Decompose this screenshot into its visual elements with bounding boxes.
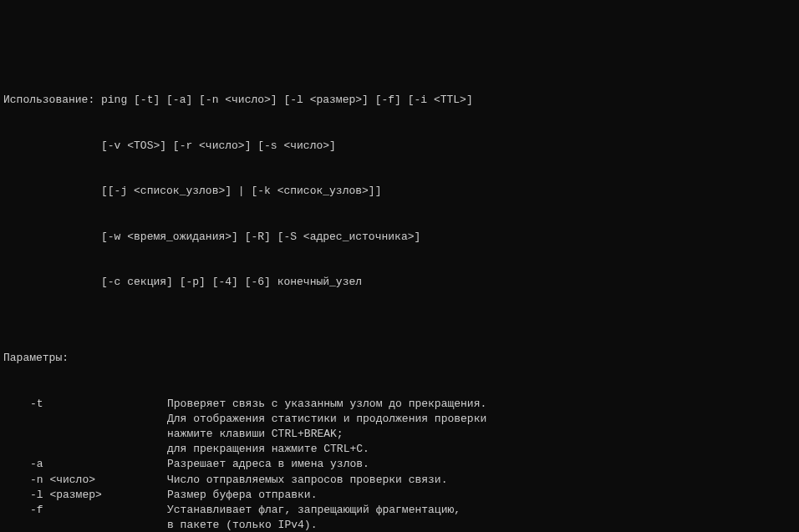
usage-line: [-w <время_ожидания>] [-R] [-S <адрес_ис…: [3, 230, 796, 245]
param-row: -l <размер>Размер буфера отправки.: [3, 488, 796, 503]
param-description-cont: для прекращения нажмите CTRL+C.: [3, 442, 796, 457]
usage-line: [-c секция] [-p] [-4] [-6] конечный_узел: [3, 275, 796, 290]
param-row: -tПроверяет связь с указанным узлом до п…: [3, 397, 796, 412]
param-row: -n <число>Число отправляемых запросов пр…: [3, 473, 796, 488]
usage-line: [[-j <список_узлов>] | [-k <список_узлов…: [3, 184, 796, 199]
param-description-cont: Для отображения статистики и продолжения…: [3, 412, 796, 427]
param-description: Устанавливает флаг, запрещающий фрагмент…: [167, 503, 796, 518]
params-header: Параметры:: [3, 351, 796, 366]
param-flag: -a: [3, 457, 167, 472]
param-row: -fУстанавливает флаг, запрещающий фрагме…: [3, 503, 796, 518]
param-flag: -n <число>: [3, 473, 167, 488]
param-flag: -l <размер>: [3, 488, 167, 503]
param-description: Разрешает адреса в имена узлов.: [167, 457, 796, 472]
usage-block: Использование: ping [-t] [-a] [-n <число…: [3, 63, 796, 306]
usage-line: [-v <TOS>] [-r <число>] [-s <число>]: [3, 139, 796, 154]
param-description-cont: нажмите клавиши CTRL+BREAK;: [3, 427, 796, 442]
param-description: Размер буфера отправки.: [167, 488, 796, 503]
usage-line: Использование: ping [-t] [-a] [-n <число…: [3, 93, 796, 108]
param-flag: -t: [3, 397, 167, 412]
param-description-cont: в пакете (только IPv4).: [3, 518, 796, 532]
param-flag: -f: [3, 503, 167, 518]
param-description: Проверяет связь с указанным узлом до пре…: [167, 397, 796, 412]
param-description: Число отправляемых запросов проверки свя…: [167, 473, 796, 488]
params-list: -tПроверяет связь с указанным узлом до п…: [3, 397, 796, 532]
param-row: -aРазрешает адреса в имена узлов.: [3, 457, 796, 472]
